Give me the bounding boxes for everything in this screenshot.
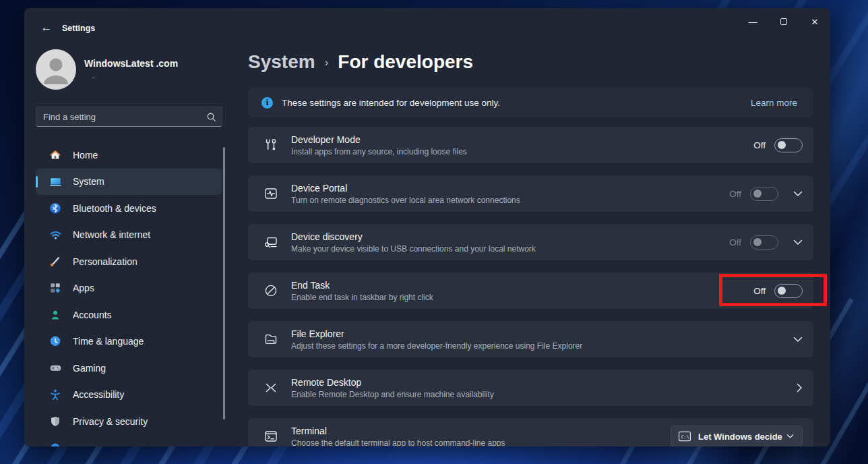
clock-globe-icon: [49, 335, 62, 348]
row-description: Enable Remote Desktop and ensure machine…: [291, 390, 494, 399]
back-arrow-icon: ←: [41, 21, 53, 34]
gamepad-icon: [49, 361, 62, 375]
row-description: Turn on remote diagnostics over local ar…: [291, 196, 520, 205]
chevron-down-icon: [786, 434, 794, 439]
page-title: For developers: [338, 51, 473, 74]
row-description: Install apps from any source, including …: [291, 147, 467, 156]
toggle-knob: [753, 238, 762, 246]
sidebar-item-label: Accessibility: [73, 389, 124, 400]
desktop-wallpaper: ← Settings — ✕ WindowsLatest .com -: [0, 0, 868, 464]
sidebar-item-label: Home: [73, 150, 98, 161]
remote-desktop-icon: [263, 380, 279, 396]
row-title: Device Portal: [291, 183, 520, 194]
sidebar-item-accounts[interactable]: Accounts: [36, 301, 222, 328]
sidebar-item-label: Bluetooth & devices: [73, 203, 156, 214]
bluetooth-icon: [49, 202, 62, 215]
info-icon: i: [261, 97, 273, 109]
toggle-knob: [753, 190, 762, 198]
row-title: Terminal: [291, 426, 505, 436]
sidebar-item-label: Privacy & security: [73, 416, 148, 427]
row-description: Make your device visible to USB connecti…: [291, 244, 536, 254]
row-device-portal[interactable]: Device Portal Turn on remote diagnostics…: [248, 175, 813, 212]
toggle-state-label: Off: [753, 140, 766, 150]
sidebar-item-label: Network & internet: [73, 229, 150, 240]
sidebar-nav: Home System Bluetooth & devices Net: [36, 142, 222, 446]
wifi-icon: [49, 228, 62, 241]
row-title: Remote Desktop: [291, 377, 494, 388]
row-title: End Task: [291, 280, 433, 291]
row-title: Developer Mode: [291, 134, 467, 145]
console-icon: C:\: [678, 431, 691, 442]
sidebar-item-home[interactable]: Home: [36, 142, 222, 169]
sidebar-item-label: Apps: [73, 283, 94, 293]
toggle-knob: [778, 141, 786, 149]
device-discovery-toggle[interactable]: [750, 235, 778, 250]
avatar: [36, 49, 76, 90]
sidebar-item-accessibility[interactable]: Accessibility: [36, 382, 222, 409]
row-description: Choose the default terminal app to host …: [291, 438, 505, 447]
sidebar-item-gaming[interactable]: Gaming: [36, 355, 222, 382]
learn-more-link[interactable]: Learn more: [751, 98, 797, 108]
settings-window: ← Settings — ✕ WindowsLatest .com -: [24, 8, 830, 446]
developer-mode-toggle[interactable]: [774, 138, 803, 152]
account-name: WindowsLatest .com: [84, 58, 178, 69]
sidebar-item-privacy-security[interactable]: Privacy & security: [36, 408, 222, 435]
chevron-down-icon[interactable]: [793, 191, 803, 197]
sidebar-item-windows-update[interactable]: [36, 435, 222, 447]
sidebar-item-label: Accounts: [73, 310, 112, 320]
sidebar-item-label: Time & language: [73, 336, 144, 347]
sidebar-scrollbar[interactable]: [223, 147, 225, 419]
sidebar-item-label: Personalization: [73, 256, 137, 267]
sidebar-item-label: Gaming: [73, 363, 106, 374]
selected-accent-bar: [36, 176, 38, 187]
sidebar-item-personalization[interactable]: Personalization: [36, 248, 222, 275]
account-block[interactable]: WindowsLatest .com -: [36, 49, 178, 90]
developer-mode-icon: [263, 137, 279, 153]
toggle-state-label: Off: [729, 237, 741, 248]
account-secondary: -: [92, 73, 178, 81]
file-explorer-icon: [263, 331, 279, 347]
toggle-state-label: Off: [729, 189, 741, 199]
row-remote-desktop[interactable]: Remote Desktop Enable Remote Desktop and…: [248, 370, 813, 406]
row-device-discovery[interactable]: Device discovery Make your device visibl…: [248, 224, 813, 260]
main-content: System › For developers i These settings…: [248, 8, 813, 446]
search-icon: [206, 112, 216, 122]
row-developer-mode: Developer Mode Install apps from any sou…: [248, 127, 813, 163]
row-title: Device discovery: [291, 231, 536, 242]
terminal-icon: [263, 428, 279, 444]
device-discovery-icon: [263, 234, 279, 250]
shield-icon: [49, 415, 62, 428]
sidebar-item-system[interactable]: System: [36, 169, 222, 196]
dropdown-selected-value: Let Windows decide: [698, 432, 782, 442]
sidebar-item-apps[interactable]: Apps: [36, 275, 222, 302]
accessibility-icon: [49, 388, 62, 401]
sidebar-item-bluetooth-devices[interactable]: Bluetooth & devices: [36, 195, 222, 222]
device-portal-icon: [263, 185, 279, 202]
accounts-icon: [49, 308, 62, 322]
end-task-icon: [263, 283, 279, 299]
row-description: Adjust these settings for a more develop…: [291, 341, 582, 351]
breadcrumb: System › For developers: [248, 50, 813, 74]
chevron-right-icon[interactable]: [797, 383, 803, 393]
sidebar-item-time-language[interactable]: Time & language: [36, 328, 222, 355]
banner-text: These settings are intended for developm…: [282, 98, 500, 108]
chevron-down-icon[interactable]: [793, 337, 803, 343]
windows-update-icon: [49, 441, 62, 446]
brush-icon: [49, 255, 62, 268]
search-box[interactable]: [36, 107, 222, 127]
system-icon: [49, 175, 62, 188]
svg-text:C:\: C:\: [681, 434, 689, 440]
row-file-explorer[interactable]: File Explorer Adjust these settings for …: [248, 321, 813, 357]
row-title: File Explorer: [291, 328, 582, 339]
person-icon: [36, 49, 76, 90]
back-button[interactable]: ←: [35, 19, 58, 36]
sidebar-item-network-internet[interactable]: Network & internet: [36, 222, 222, 249]
info-banner: i These settings are intended for develo…: [248, 88, 813, 117]
chevron-down-icon[interactable]: [793, 239, 803, 245]
device-portal-toggle[interactable]: [750, 187, 778, 201]
terminal-default-dropdown[interactable]: C:\ Let Windows decide: [671, 426, 803, 446]
window-title: Settings: [62, 24, 95, 33]
breadcrumb-parent[interactable]: System: [248, 51, 315, 74]
search-input[interactable]: [43, 112, 206, 122]
highlight-box: [719, 274, 827, 306]
